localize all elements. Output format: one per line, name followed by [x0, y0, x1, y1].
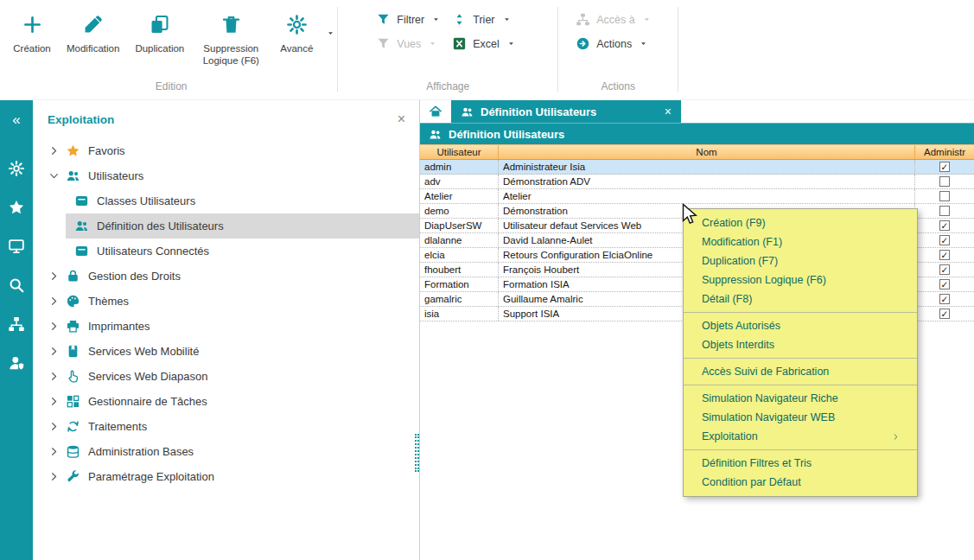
- menu-item-condition-par-defaut[interactable]: Condition par Défaut: [684, 473, 917, 492]
- menu-item-simulation-navigateur-riche[interactable]: Simulation Navigateur Riche: [684, 389, 917, 408]
- nav-item-traitements[interactable]: Traitements: [33, 414, 419, 439]
- nav-item-services-web-diapason[interactable]: Services Web Diapason: [33, 364, 419, 389]
- menu-item-simulation-navigateur-web[interactable]: Simulation Navigateur WEB: [684, 408, 917, 427]
- button-label: Création: [13, 42, 50, 54]
- admin-checkbox-unchecked[interactable]: [939, 206, 950, 216]
- nav-item-themes[interactable]: Thèmes: [33, 289, 419, 314]
- admin-checkbox-unchecked[interactable]: [939, 191, 950, 201]
- avance-dropdown-arrow[interactable]: [323, 5, 337, 37]
- user-cell: dlalanne: [420, 233, 499, 247]
- actions-button[interactable]: Actions: [576, 36, 652, 51]
- tab-definition-utilisateurs[interactable]: Définition Utilisateurs ×: [451, 100, 681, 123]
- column-header-utilisateur[interactable]: Utilisateur: [420, 145, 499, 159]
- home-tab[interactable]: [420, 100, 451, 123]
- sidebar-desktop-button[interactable]: [0, 226, 33, 265]
- suppression-logique-f6-button[interactable]: Suppression Logique (F6): [192, 5, 270, 69]
- admin-checkbox-checked[interactable]: ✓: [939, 220, 950, 231]
- chevron-right-icon[interactable]: [48, 270, 60, 282]
- admin-checkbox-checked[interactable]: ✓: [939, 250, 950, 260]
- tab-label: Définition Utilisateurs: [481, 105, 596, 118]
- nav-item-gestionnaire-de-taches[interactable]: Gestionnaire de Tâches: [33, 389, 419, 414]
- filtrer-button[interactable]: Filtrer: [376, 12, 452, 27]
- chevron-right-icon[interactable]: [48, 421, 60, 432]
- column-header-administr[interactable]: Administr: [915, 145, 974, 159]
- avance-button[interactable]: Avancé: [270, 5, 323, 56]
- activity-sidebar: «: [0, 100, 33, 560]
- admin-checkbox-checked[interactable]: ✓: [939, 264, 950, 275]
- sidebar-settings-button[interactable]: [0, 149, 33, 188]
- nav-item-classes-utilisateurs[interactable]: Classes Utilisateurs: [33, 188, 419, 213]
- sidebar-search-button[interactable]: [0, 265, 33, 304]
- close-panel-button[interactable]: ×: [398, 112, 405, 126]
- sidebar-favorites-button[interactable]: [0, 188, 33, 226]
- column-header-nom[interactable]: Nom: [499, 145, 915, 159]
- funnel-icon: [376, 36, 391, 51]
- ribbon-toolbar: CréationModificationDuplicationSuppressi…: [0, 0, 974, 100]
- chevron-right-icon[interactable]: [48, 296, 60, 307]
- grid-icon: [66, 394, 80, 409]
- excel-button[interactable]: Excel: [452, 36, 528, 51]
- table-row-adv[interactable]: advDémonstration ADV: [420, 175, 974, 189]
- trier-button[interactable]: Trier: [452, 12, 528, 27]
- menu-item-label: Exploitation: [702, 430, 758, 442]
- nav-item-administration-bases[interactable]: Administration Bases: [33, 439, 419, 464]
- chevron-down-icon[interactable]: [48, 170, 60, 181]
- admin-checkbox-unchecked[interactable]: [939, 176, 950, 187]
- chevron-right-icon[interactable]: [48, 396, 60, 407]
- gear-icon: [8, 160, 25, 177]
- creation-button[interactable]: Création: [5, 5, 59, 56]
- chevron-right-icon[interactable]: [48, 321, 60, 332]
- admin-cell: ✓: [915, 248, 974, 262]
- chevron-right-icon[interactable]: [48, 471, 60, 482]
- button-label: Filtrer: [397, 14, 424, 26]
- table-row-admin[interactable]: adminAdministrateur Isia✓: [420, 160, 974, 175]
- menu-item-modification-f1[interactable]: Modification (F1): [684, 232, 917, 251]
- modification-button[interactable]: Modification: [59, 5, 127, 56]
- nav-item-parametrage-exploitation[interactable]: Paramétrage Exploitation: [33, 464, 419, 489]
- nav-item-imprimantes[interactable]: Imprimantes: [33, 314, 419, 339]
- nav-item-services-web-mobilite[interactable]: Services Web Mobilité: [33, 339, 419, 364]
- sidebar-users-button[interactable]: [0, 343, 33, 382]
- duplication-button[interactable]: Duplication: [127, 5, 192, 56]
- chevron-right-icon[interactable]: [48, 446, 60, 457]
- menu-item-objets-autorises[interactable]: Objets Autorisés: [684, 316, 917, 335]
- admin-cell: ✓: [915, 292, 974, 306]
- dropdown-icon: [429, 40, 436, 48]
- admin-cell: [915, 189, 974, 203]
- nav-item-label: Gestion des Droits: [88, 270, 181, 283]
- ribbon-group-actions: Accès àActionsActions: [558, 0, 678, 99]
- table-row-atelier[interactable]: AtelierAtelier: [420, 189, 974, 204]
- admin-checkbox-checked[interactable]: ✓: [939, 294, 950, 304]
- panel-header: Définition Utilisateurs: [420, 123, 974, 144]
- menu-item-label: Simulation Navigateur WEB: [702, 411, 835, 423]
- chevron-right-icon[interactable]: [48, 145, 60, 156]
- menu-item-suppression-logique-f6[interactable]: Suppression Logique (F6): [684, 270, 917, 290]
- menu-item-creation-f9[interactable]: Création (F9): [684, 213, 917, 232]
- star-icon: [8, 199, 25, 216]
- chevron-right-icon[interactable]: [48, 346, 60, 357]
- user-cell: gamalric: [420, 292, 499, 306]
- admin-checkbox-checked[interactable]: ✓: [939, 162, 950, 172]
- chevron-right-icon[interactable]: [48, 371, 60, 382]
- menu-item-acces-suivi-de-fabrication[interactable]: Accès Suivi de Fabrication: [684, 362, 917, 381]
- menu-item-duplication-f7[interactable]: Duplication (F7): [684, 251, 917, 270]
- tab-close-button[interactable]: ×: [665, 105, 672, 118]
- nav-item-utilisateurs[interactable]: Utilisateurs: [33, 163, 419, 188]
- menu-item-detail-f8[interactable]: Détail (F8): [684, 290, 917, 309]
- collapse-panel-button[interactable]: «: [0, 107, 33, 131]
- menu-item-objets-interdits[interactable]: Objets Interdits: [684, 335, 917, 354]
- nav-item-utilisateurs-connectes[interactable]: Utilisateurs Connectés: [33, 239, 419, 264]
- nav-item-favoris[interactable]: Favoris: [33, 138, 419, 163]
- sidebar-organization-button[interactable]: [0, 304, 33, 343]
- sort-icon: [452, 12, 467, 27]
- menu-item-definition-filtres-et-tris[interactable]: Définition Filtres et Tris: [684, 454, 917, 473]
- admin-checkbox-checked[interactable]: ✓: [939, 235, 950, 245]
- nav-item-definition-des-utilisateurs[interactable]: Définition des Utilisateurs: [33, 213, 419, 239]
- lock-icon: [66, 269, 80, 283]
- dropdown-icon: [503, 16, 511, 23]
- admin-checkbox-checked[interactable]: ✓: [939, 279, 950, 290]
- admin-checkbox-checked[interactable]: ✓: [939, 309, 950, 319]
- panel-splitter-handle[interactable]: [415, 434, 419, 472]
- nav-item-gestion-des-droits[interactable]: Gestion des Droits: [33, 264, 419, 289]
- menu-item-exploitation[interactable]: Exploitation: [684, 427, 917, 446]
